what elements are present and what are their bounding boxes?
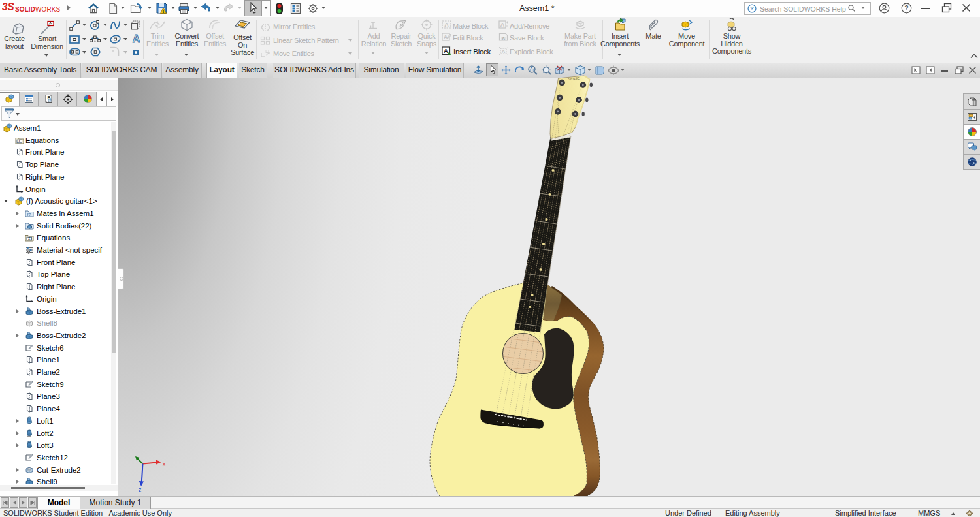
svg-text:A: A [500,22,505,28]
svg-text:z: z [139,486,141,493]
svg-text:A: A [502,36,505,40]
svg-text:A: A [444,47,448,54]
svg-text:A: A [444,22,449,28]
svg-text:A: A [133,33,140,44]
svg-text:?: ? [904,4,908,12]
svg-text:!: ! [163,9,164,14]
svg-text:?: ? [750,5,754,12]
svg-text:A: A [502,48,506,54]
svg-text:x: x [163,461,166,467]
